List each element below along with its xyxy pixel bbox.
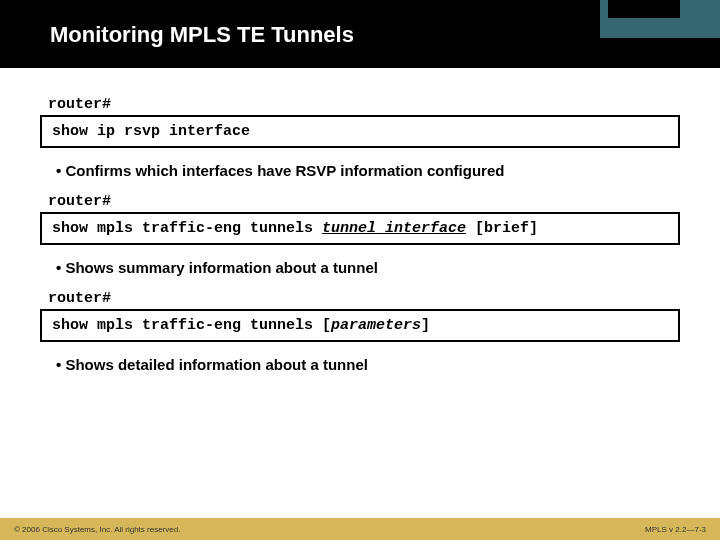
command-box-1: show ip rsvp interface bbox=[40, 115, 680, 148]
slide-header: Monitoring MPLS TE Tunnels bbox=[0, 0, 720, 68]
footer-copyright: © 2006 Cisco Systems, Inc. All rights re… bbox=[14, 525, 180, 534]
command-box-2: show mpls traffic-eng tunnels tunnel_int… bbox=[40, 212, 680, 245]
slide-content: router# show ip rsvp interface Confirms … bbox=[0, 68, 720, 373]
bullet-3: Shows detailed information about a tunne… bbox=[56, 356, 680, 373]
slide-footer: © 2006 Cisco Systems, Inc. All rights re… bbox=[0, 518, 720, 540]
command-param-3: parameters bbox=[331, 317, 421, 334]
command-box-3: show mpls traffic-eng tunnels [parameter… bbox=[40, 309, 680, 342]
router-prompt-1: router# bbox=[40, 96, 680, 113]
command-text-2-post: [brief] bbox=[466, 220, 538, 237]
header-accent-tab bbox=[608, 0, 680, 18]
bullet-2: Shows summary information about a tunnel bbox=[56, 259, 680, 276]
command-text-3-post: ] bbox=[421, 317, 430, 334]
footer-page-ref: MPLS v 2.2—7-3 bbox=[645, 525, 706, 534]
bullet-1: Confirms which interfaces have RSVP info… bbox=[56, 162, 680, 179]
router-prompt-2: router# bbox=[40, 193, 680, 210]
command-text-2-pre: show mpls traffic-eng tunnels bbox=[52, 220, 322, 237]
router-prompt-3: router# bbox=[40, 290, 680, 307]
command-text-1: show ip rsvp interface bbox=[52, 123, 250, 140]
command-text-3-pre: show mpls traffic-eng tunnels [ bbox=[52, 317, 331, 334]
command-var-2: tunnel_interface bbox=[322, 220, 466, 237]
